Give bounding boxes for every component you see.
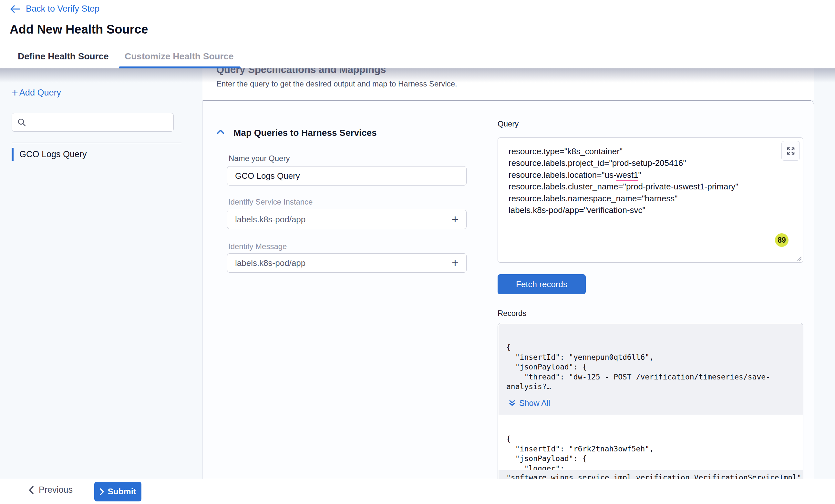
fullscreen-icon bbox=[786, 146, 796, 156]
chevron-up-icon bbox=[216, 128, 225, 135]
page-title: Add New Health Source bbox=[10, 23, 148, 37]
arrow-left-icon bbox=[10, 5, 21, 13]
add-query-button[interactable]: + Add Query bbox=[12, 88, 61, 98]
identify-service-instance-label: Identify Service Instance bbox=[228, 197, 312, 207]
identify-message-label: Identify Message bbox=[228, 242, 287, 251]
map-queries-title: Map Queries to Harness Services bbox=[233, 128, 377, 138]
query-label: Query bbox=[497, 119, 518, 128]
add-health-source-page: Back to Verify Step Add New Health Sourc… bbox=[0, 0, 835, 504]
show-all-link[interactable]: Show All bbox=[508, 398, 550, 408]
resize-handle[interactable] bbox=[796, 255, 802, 261]
query-mapping-card: Map Queries to Harness Services Name you… bbox=[202, 100, 814, 504]
char-count-badge: 89 bbox=[775, 233, 789, 247]
submit-label: Submit bbox=[107, 487, 136, 497]
message-field[interactable]: labels.k8s-pod/app + bbox=[227, 253, 467, 273]
chevron-left-icon bbox=[28, 486, 34, 495]
section-title: Query Specifications and Mappings bbox=[216, 68, 386, 76]
double-chevron-down-icon bbox=[508, 399, 516, 407]
sidebar-item-gco-logs-query[interactable]: GCO Logs Query bbox=[12, 148, 192, 161]
plus-icon: + bbox=[12, 88, 18, 97]
chevron-right-icon bbox=[99, 488, 104, 496]
tab-customize-health-source[interactable]: Customize Health Source bbox=[125, 51, 234, 62]
add-query-label: Add Query bbox=[19, 88, 61, 98]
add-message-button[interactable]: + bbox=[452, 258, 459, 268]
previous-label: Previous bbox=[39, 485, 73, 495]
back-to-verify-step-link[interactable]: Back to Verify Step bbox=[10, 4, 99, 14]
records-panel: { "insertId": "yennepun0qtd6ll6", "jsonP… bbox=[497, 323, 803, 504]
record-2-json: { "insertId": "r6rk2tnah3owf5eh", "jsonP… bbox=[506, 434, 654, 474]
back-link-label: Back to Verify Step bbox=[26, 4, 99, 14]
tab-define-health-source[interactable]: Define Health Source bbox=[18, 51, 109, 62]
query-text: resource.type="k8s_container"resource.la… bbox=[509, 146, 738, 216]
search-icon bbox=[17, 118, 26, 127]
add-service-instance-button[interactable]: + bbox=[452, 214, 459, 224]
fetch-records-button[interactable]: Fetch records bbox=[497, 274, 586, 294]
query-search-box bbox=[12, 113, 174, 132]
previous-button[interactable]: Previous bbox=[28, 485, 73, 495]
selected-indicator-bar bbox=[12, 148, 14, 161]
show-all-label: Show All bbox=[519, 398, 550, 408]
query-name-input[interactable]: GCO Logs Query bbox=[227, 166, 467, 186]
section-subtitle: Enter the query to get the desired outpu… bbox=[216, 79, 457, 88]
wizard-footer: Previous Submit bbox=[0, 479, 835, 504]
records-label: Records bbox=[497, 309, 526, 318]
collapse-section-toggle[interactable] bbox=[216, 128, 225, 135]
query-editor[interactable]: resource.type="k8s_container"resource.la… bbox=[497, 138, 803, 262]
record-1-json: { "insertId": "yennepun0qtd6ll6", "jsonP… bbox=[506, 342, 770, 392]
section-header: Query Specifications and Mappings Enter … bbox=[202, 68, 814, 100]
service-instance-field[interactable]: labels.k8s-pod/app + bbox=[227, 210, 467, 229]
content-area: + Add Query GCO Logs Query Query Specifi bbox=[0, 68, 835, 504]
query-name-value: GCO Logs Query bbox=[235, 171, 300, 181]
submit-button[interactable]: Submit bbox=[94, 482, 141, 501]
query-sidebar: + Add Query GCO Logs Query bbox=[0, 68, 202, 504]
wizard-tabbar: Define Health Source Customize Health So… bbox=[0, 47, 835, 68]
expand-query-button[interactable] bbox=[781, 141, 800, 161]
sidebar-divider bbox=[12, 143, 181, 143]
page-header: Back to Verify Step Add New Health Sourc… bbox=[0, 0, 835, 47]
query-item-label: GCO Logs Query bbox=[19, 149, 87, 160]
service-instance-value: labels.k8s-pod/app bbox=[235, 214, 305, 225]
message-value: labels.k8s-pod/app bbox=[235, 258, 305, 268]
main-panel: Query Specifications and Mappings Enter … bbox=[202, 68, 835, 504]
search-input[interactable] bbox=[30, 118, 168, 127]
name-query-label: Name your Query bbox=[229, 154, 290, 163]
